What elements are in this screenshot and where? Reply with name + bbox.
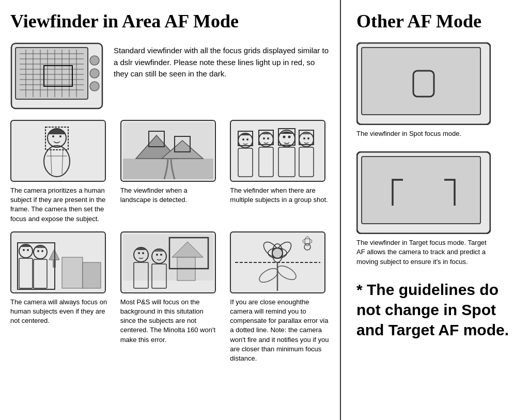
spot-caption: The viewfinder in Spot focus mode. xyxy=(356,129,491,138)
svg-rect-100 xyxy=(362,48,480,115)
left-title: Viewfinder in Area AF Mode xyxy=(10,10,330,32)
guidelines-note: * The guidelines do not change in Spot a… xyxy=(356,279,519,340)
grid-item-close: If you are close enoughthe camera will r… xyxy=(230,231,330,363)
grid-item-group: The viefinder when there are multiple su… xyxy=(230,120,330,224)
grid-item-always-human: The camera will always focus on human su… xyxy=(10,231,110,363)
main-viewfinder-image xyxy=(10,42,103,110)
svg-rect-60 xyxy=(62,257,83,288)
svg-rect-61 xyxy=(83,262,101,288)
close-caption: If you are close enoughthe camera will r… xyxy=(230,298,330,363)
svg-point-83 xyxy=(160,254,162,256)
svg-point-19 xyxy=(90,56,99,65)
svg-point-20 xyxy=(90,69,99,78)
human-subject-image xyxy=(10,120,106,182)
svg-point-48 xyxy=(283,136,286,138)
human-caption: The camera prioritizes a human subject i… xyxy=(10,186,110,224)
ps-caption: Most P&S will focus on the background in… xyxy=(120,298,220,345)
close-image xyxy=(230,231,325,293)
right-panel: Other AF Mode The viewfinder in Spot foc… xyxy=(341,0,529,420)
landscape-image xyxy=(120,120,216,182)
svg-point-49 xyxy=(288,136,291,138)
always-human-image xyxy=(10,231,106,293)
svg-point-52 xyxy=(303,137,305,139)
svg-rect-103 xyxy=(362,157,480,224)
target-mode-image xyxy=(356,151,491,234)
items-row-1: The camera prioritizes a human subject i… xyxy=(10,120,330,224)
items-row-2: The camera will always focus on human su… xyxy=(10,231,330,363)
svg-point-79 xyxy=(142,252,144,254)
grid-item-ps-background: Most P&S will focus on the background in… xyxy=(120,231,220,363)
right-item-spot: The viewfinder in Spot focus mode. xyxy=(356,42,519,138)
svg-point-41 xyxy=(246,138,248,141)
landscape-caption: The viewfinder when a landscape is detec… xyxy=(120,186,220,205)
svg-point-21 xyxy=(90,82,99,91)
svg-point-94 xyxy=(272,248,283,258)
spot-mode-image xyxy=(356,42,491,125)
svg-point-53 xyxy=(307,137,309,139)
left-panel: Viewfinder in Area AF Mode xyxy=(0,0,341,420)
top-description: Standard viewfinder with all the focus g… xyxy=(114,42,330,80)
group-caption: The viefinder when there are multiple su… xyxy=(230,186,330,205)
svg-point-45 xyxy=(267,137,269,139)
svg-point-65 xyxy=(23,249,25,251)
svg-point-25 xyxy=(52,135,54,137)
svg-point-78 xyxy=(138,252,140,254)
top-section: Standard viewfinder with all the focus g… xyxy=(10,42,330,110)
svg-point-66 xyxy=(27,249,29,251)
svg-point-44 xyxy=(263,137,265,139)
target-caption: The viewfinder in Target focus mode. Tar… xyxy=(356,238,491,267)
svg-rect-1 xyxy=(15,48,88,99)
grid-item-landscape: The viewfinder when a landscape is detec… xyxy=(120,120,220,224)
svg-rect-38 xyxy=(230,120,325,181)
grid-item-human: The camera prioritizes a human subject i… xyxy=(10,120,110,224)
always-human-caption: The camera will always focus on human su… xyxy=(10,298,110,326)
svg-point-82 xyxy=(156,254,158,256)
svg-point-69 xyxy=(37,250,39,252)
right-title: Other AF Mode xyxy=(356,10,519,32)
group-image xyxy=(230,120,325,182)
svg-point-70 xyxy=(41,250,43,252)
ps-background-image xyxy=(120,231,216,293)
right-item-target: The viewfinder in Target focus mode. Tar… xyxy=(356,151,519,267)
svg-point-26 xyxy=(59,135,61,137)
svg-point-40 xyxy=(242,138,244,141)
